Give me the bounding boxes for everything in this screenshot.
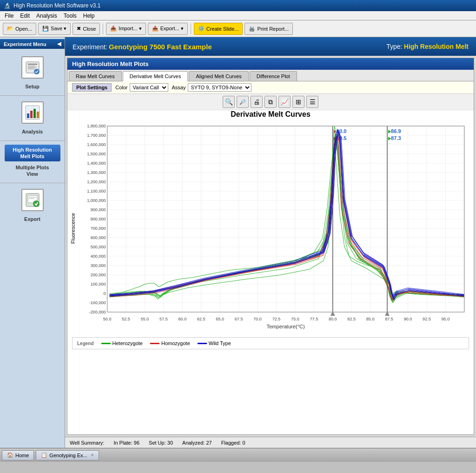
- analyzed: Analyzed: 27: [182, 440, 212, 446]
- line-chart-button[interactable]: 📈: [278, 96, 291, 108]
- sidebar-item-multi[interactable]: Multiple PlotsView: [5, 162, 60, 179]
- sidebar-item-export[interactable]: Export: [5, 214, 60, 224]
- in-plate: In Plate: 96: [113, 440, 139, 446]
- svg-text:200,000: 200,000: [91, 273, 106, 277]
- y-axis-label-container: Fluorescence: [67, 121, 79, 335]
- open-button[interactable]: 📂 Open...: [3, 23, 36, 35]
- marker-label-2b: 87.3: [391, 135, 401, 141]
- sidebar-collapse-icon[interactable]: ◀: [57, 41, 61, 47]
- export-label: Export: [24, 216, 40, 222]
- svg-text:300,000: 300,000: [91, 263, 106, 268]
- home-taskbar-btn[interactable]: 🏠 Home: [2, 450, 34, 460]
- svg-text:80.0: 80.0: [329, 317, 337, 321]
- svg-text:72.5: 72.5: [272, 317, 281, 321]
- export-icon-container: [21, 189, 44, 211]
- experiment-name: Genotyping 7500 Fast Example: [109, 43, 212, 51]
- legend-homozygote: Homozygote: [150, 340, 190, 346]
- app-title: High Resolution Melt Software v3.1: [13, 2, 100, 9]
- svg-text:1,600,000: 1,600,000: [87, 142, 106, 147]
- sidebar-section-export: Export: [0, 185, 65, 226]
- app-icon: 🔬: [4, 2, 11, 9]
- sidebar-header-label: Experiment Menu: [4, 41, 46, 47]
- svg-text:87.5: 87.5: [385, 317, 393, 321]
- svg-text:1,200,000: 1,200,000: [87, 180, 106, 184]
- print-report-button[interactable]: 🖨️ Print Report...: [245, 23, 293, 35]
- assay-select[interactable]: SYTO 9, SYTO9-None All: [188, 83, 251, 92]
- svg-text:600,000: 600,000: [91, 235, 106, 240]
- table-view-button[interactable]: ☰: [306, 96, 318, 108]
- setup-value: 30: [167, 440, 173, 446]
- save-button[interactable]: 💾 Save ▾: [38, 23, 71, 35]
- svg-text:62.5: 62.5: [197, 317, 205, 321]
- sidebar-divider-1: [0, 95, 65, 96]
- sidebar-section-hrm: High ResolutionMelt Plots Multiple Plots…: [0, 143, 65, 181]
- sidebar-item-hrm[interactable]: High ResolutionMelt Plots: [5, 145, 60, 161]
- analysis-icon-container: [21, 101, 44, 124]
- plot-settings-label: Plot Settings: [72, 83, 112, 92]
- svg-rect-9: [33, 109, 36, 118]
- zoom-out-button[interactable]: 🔎: [237, 96, 249, 108]
- svg-text:65.0: 65.0: [216, 317, 224, 321]
- copy-chart-button[interactable]: ⧉: [264, 96, 277, 108]
- export-button[interactable]: 📤 Export... ▾: [148, 23, 188, 35]
- well-summary-label: Well Summary:: [70, 440, 104, 446]
- experiment-type: Type: High Resolution Melt: [386, 43, 469, 50]
- svg-text:50.0: 50.0: [103, 317, 112, 321]
- legend-label-heterozygote: Heterozygote: [112, 340, 143, 346]
- menu-analysis[interactable]: Analysis: [33, 12, 60, 20]
- chart-toolbar: 🔍 🔎 🖨 ⧉ 📈 ⊞ ☰: [67, 94, 474, 110]
- svg-text:75.0: 75.0: [291, 317, 299, 321]
- legend-label-homozygote: Homozygote: [161, 340, 190, 346]
- menu-edit[interactable]: Edit: [17, 12, 33, 20]
- svg-text:1,000,000: 1,000,000: [87, 198, 106, 203]
- assay-label: Assay: [172, 85, 186, 90]
- plot-panel-title: High Resolution Melt Plots: [72, 60, 149, 67]
- tab-raw-melt[interactable]: Raw Melt Curves: [69, 71, 122, 81]
- tab-aligned[interactable]: Aligned Melt Curves: [189, 71, 248, 81]
- svg-text:55.0: 55.0: [141, 317, 149, 321]
- genotyping-tab-label: Genotyping Ex...: [49, 453, 87, 458]
- setup: Set Up: 30: [149, 440, 173, 446]
- menu-help[interactable]: Help: [80, 12, 98, 20]
- scatter-chart-button[interactable]: ⊞: [292, 96, 304, 108]
- experiment-label: Experiment:: [73, 43, 107, 51]
- create-slide-button[interactable]: ⚙️ Create Slide...: [194, 23, 243, 35]
- tab-difference[interactable]: Difference Plot: [250, 71, 297, 81]
- analysis-label: Analysis: [22, 129, 43, 134]
- svg-text:1,400,000: 1,400,000: [87, 161, 106, 166]
- assay-setting: Assay SYTO 9, SYTO9-None All: [172, 83, 251, 92]
- in-plate-value: 96: [134, 440, 139, 446]
- genotyping-tab-btn[interactable]: 📋 Genotyping Ex... ×: [36, 450, 99, 460]
- sidebar-item-analysis[interactable]: Analysis: [5, 127, 60, 137]
- genotyping-icon: 📋: [41, 452, 47, 458]
- svg-text:77.5: 77.5: [310, 317, 318, 321]
- analyzed-value: 27: [206, 440, 212, 446]
- legend-color-homozygote: [150, 343, 159, 344]
- legend-color-heterozygote: [101, 343, 111, 344]
- zoom-in-button[interactable]: 🔍: [223, 96, 235, 108]
- color-select[interactable]: Variant Call Sample Task: [130, 83, 168, 92]
- title-bar: 🔬 High Resolution Melt Software v3.1: [0, 0, 476, 11]
- svg-rect-8: [30, 111, 33, 118]
- main-layout: Experiment Menu ◀ Setup: [0, 37, 476, 448]
- svg-text:-100,000: -100,000: [89, 300, 106, 305]
- svg-text:60.0: 60.0: [178, 317, 187, 321]
- svg-text:500,000: 500,000: [91, 245, 106, 249]
- y-axis-labels: 1,800,000 1,700,000 1,600,000 1,500,000 …: [87, 124, 106, 314]
- status-bar: Well Summary: In Plate: 96 Set Up: 30 An…: [65, 437, 476, 448]
- import-button[interactable]: 📥 Import... ▾: [106, 23, 145, 35]
- sidebar-item-setup[interactable]: Setup: [5, 81, 60, 92]
- chart-title: Derivative Melt Curves: [67, 110, 474, 119]
- chart-inner: 1,800,000 1,700,000 1,600,000 1,500,000 …: [79, 121, 474, 335]
- hrm-label: High ResolutionMelt Plots: [13, 147, 52, 159]
- print-chart-button[interactable]: 🖨: [251, 96, 263, 108]
- close-button[interactable]: ✖ Close: [73, 23, 100, 35]
- tab-derivative[interactable]: Derivative Melt Curves: [123, 71, 188, 81]
- sidebar: Experiment Menu ◀ Setup: [0, 37, 65, 448]
- menu-tools[interactable]: Tools: [61, 12, 79, 20]
- sidebar-divider-2: [0, 140, 65, 141]
- taskbar-close-btn[interactable]: ×: [91, 453, 94, 458]
- menu-file[interactable]: File: [2, 12, 16, 20]
- type-label: Type:: [386, 43, 402, 50]
- svg-text:90.0: 90.0: [404, 317, 412, 321]
